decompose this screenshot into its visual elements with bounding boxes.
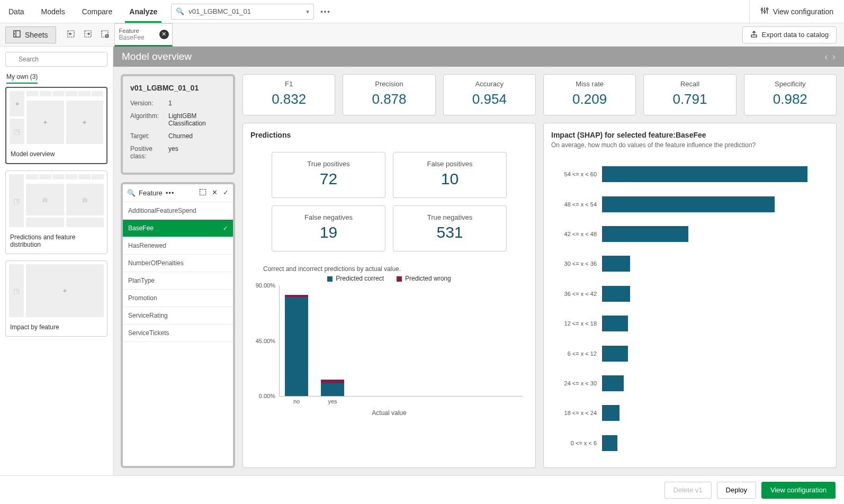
more-icon[interactable]: ••• xyxy=(166,189,175,197)
search-input[interactable] xyxy=(5,52,107,67)
shap-bar xyxy=(602,375,624,391)
more-menu-button[interactable]: ••• xyxy=(320,7,331,15)
feature-item[interactable]: AdditionalFeatureSpend xyxy=(123,202,233,220)
shap-bar xyxy=(602,435,617,451)
metric-card: Accuracy0.954 xyxy=(443,74,536,115)
model-selector[interactable]: 🔍 v01_LGBMC_01_01 ▾ xyxy=(171,4,314,20)
confusion-label: True negatives xyxy=(393,213,506,221)
cancel-icon[interactable]: ✕ xyxy=(212,188,218,197)
shap-bar xyxy=(602,226,688,242)
shap-category: 42 <= x < 48 xyxy=(554,231,597,237)
feature-item[interactable]: ServiceTickets xyxy=(123,325,233,342)
kv-key: Algorithm: xyxy=(130,112,168,127)
metric-card: Specificity0.982 xyxy=(744,74,837,115)
shap-row: 42 <= x < 48 xyxy=(554,224,818,244)
kv-value: 1 xyxy=(168,100,226,107)
metric-value: 0.878 xyxy=(343,91,435,107)
shap-category: 18 <= x < 24 xyxy=(554,410,597,416)
selection-chip-feature[interactable]: Feature BaseFee ✕ xyxy=(114,23,173,47)
confirm-icon[interactable]: ✓ xyxy=(223,188,229,197)
view-configuration-top[interactable]: View configuration xyxy=(749,0,844,23)
metric-card: Miss rate0.209 xyxy=(543,74,636,115)
kv-key: Version: xyxy=(130,100,168,107)
shap-track xyxy=(602,166,818,182)
prev-sheet-button[interactable]: ‹ xyxy=(824,51,828,62)
confusion-value: 531 xyxy=(393,223,506,241)
shap-subtitle: On average, how much do values of the fe… xyxy=(551,141,829,149)
selection-clear-icon[interactable] xyxy=(101,30,109,40)
search-wrap xyxy=(5,52,107,67)
export-data-label: Export data to catalog xyxy=(762,31,829,39)
tab-analyze[interactable]: Analyze xyxy=(121,0,166,23)
tab-models[interactable]: Models xyxy=(33,0,74,23)
panel-icon xyxy=(13,30,21,39)
shap-row: 0 <= x < 6 xyxy=(554,433,818,453)
shap-bar xyxy=(602,405,619,421)
sheet-thumb-predictions-distribution[interactable]: ◳ ılı ılı Predictions and feature distri… xyxy=(5,170,107,254)
ytick: 0.00% xyxy=(252,393,275,399)
kv-key: Positive class: xyxy=(130,145,168,160)
my-own-header[interactable]: My own (3) xyxy=(6,73,38,84)
shap-track xyxy=(602,375,818,391)
shap-row: 12 <= x < 18 xyxy=(554,313,818,334)
export-data-button[interactable]: Export data to catalog xyxy=(742,26,837,43)
legend-wrong: Predicted wrong xyxy=(397,275,451,282)
search-icon[interactable]: 🔍 xyxy=(127,189,136,197)
kv-key: Target: xyxy=(130,132,168,140)
shap-title: Impact (SHAP) for selected feature:BaseF… xyxy=(551,131,829,139)
feature-item[interactable]: ServiceRating xyxy=(123,307,233,325)
deploy-button[interactable]: Deploy xyxy=(717,482,756,499)
feature-item[interactable]: PlanType xyxy=(123,272,233,290)
selection-forward-icon[interactable] xyxy=(84,30,92,40)
metric-label: Accuracy xyxy=(444,80,535,88)
predictions-xaxis-label: Actual value xyxy=(250,409,528,417)
tab-compare[interactable]: Compare xyxy=(74,0,121,23)
confusion-matrix: True positives72False positives10False n… xyxy=(250,141,528,257)
shap-category: 24 <= x < 30 xyxy=(554,380,597,386)
feature-item[interactable]: Promotion xyxy=(123,290,233,307)
sheet-thumb-label: Model overview xyxy=(6,147,106,163)
next-sheet-button[interactable]: › xyxy=(832,51,836,62)
bar-segment xyxy=(285,297,308,396)
confusion-value: 10 xyxy=(393,170,506,188)
selection-tools xyxy=(61,30,114,40)
tab-data[interactable]: Data xyxy=(0,0,33,23)
shap-row: 48 <= x < 54 xyxy=(554,194,818,214)
sheet-thumb-model-overview[interactable]: ✦ ◳ ✦ ✦ Model overview xyxy=(5,87,107,164)
metric-card: Recall0.791 xyxy=(643,74,736,115)
metric-value: 0.791 xyxy=(644,91,735,107)
delete-version-button: Delete v1 xyxy=(665,482,712,499)
kv-value: LightGBM Classification xyxy=(168,112,226,127)
ytick: 90.00% xyxy=(252,282,275,289)
sheets-sidebar: My own (3) ✦ ◳ ✦ ✦ Model overview xyxy=(0,47,113,475)
svg-point-5 xyxy=(766,8,768,10)
feature-item[interactable]: BaseFee xyxy=(123,220,233,237)
model-selector-value: v01_LGBMC_01_01 xyxy=(188,7,251,15)
shap-track xyxy=(602,346,818,362)
selection-back-icon[interactable] xyxy=(67,30,75,40)
sheet-thumb-impact-by-feature[interactable]: ◳ ✦ Impact by feature xyxy=(5,260,107,337)
feature-item[interactable]: NumberOfPenalties xyxy=(123,255,233,272)
svg-point-1 xyxy=(761,8,762,10)
metric-value: 0.954 xyxy=(444,91,535,107)
close-icon[interactable]: ✕ xyxy=(159,30,169,39)
kv-value: yes xyxy=(168,145,226,160)
metric-card: Precision0.878 xyxy=(343,74,435,115)
metric-value: 0.209 xyxy=(544,91,635,107)
sheets-button[interactable]: Sheets xyxy=(5,26,56,43)
sheets-label: Sheets xyxy=(25,31,48,39)
shap-row: 36 <= x < 42 xyxy=(554,284,818,304)
shap-bar xyxy=(602,346,628,362)
selection-tool-icon[interactable] xyxy=(199,188,206,197)
shap-row: 18 <= x < 24 xyxy=(554,403,818,423)
shap-row: 6 <= x < 12 xyxy=(554,344,818,364)
metric-label: Precision xyxy=(343,80,435,88)
shap-track xyxy=(602,316,818,331)
metric-label: Recall xyxy=(644,80,735,88)
model-summary-title: v01_LGBMC_01_01 xyxy=(130,84,226,92)
metric-value: 0.982 xyxy=(744,91,836,107)
shap-barchart: 54 <= x < 6048 <= x < 5442 <= x < 4830 <… xyxy=(551,154,829,460)
view-configuration-button[interactable]: View configuration xyxy=(761,482,836,499)
shap-track xyxy=(602,226,818,242)
feature-item[interactable]: HasRenewed xyxy=(123,237,233,255)
